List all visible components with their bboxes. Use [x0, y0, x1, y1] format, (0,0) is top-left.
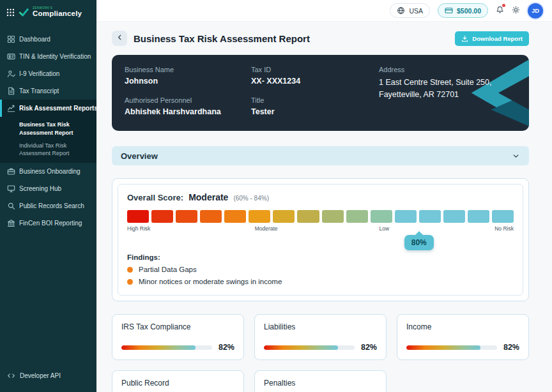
id-card-icon: [7, 52, 15, 61]
balance-button[interactable]: $500.00: [438, 3, 488, 18]
sidebar-nav: DashboardTIN & Identity VerificationI-9 …: [0, 31, 96, 232]
metric-cards: IRS Tax Compliance82%Liabilities82%Incom…: [112, 314, 529, 392]
overall-score-card: Overall Score: Moderate (60% - 84%) High…: [118, 184, 523, 296]
risk-scale-label: Moderate: [255, 225, 278, 232]
field-label: Authorised Personnel: [125, 96, 251, 104]
app-window: ZENWORK'S Compliancely DashboardTIN & Id…: [0, 0, 552, 392]
metric-title: Penalties: [264, 379, 377, 388]
sidebar-item-dashboard[interactable]: Dashboard: [0, 31, 96, 48]
balance-amount: $500.00: [457, 7, 481, 15]
metric-card-liabilities: Liabilities82%: [254, 314, 387, 360]
metric-title: IRS Tax Compliance: [121, 322, 234, 331]
business-name-field: Business Name Johnson: [125, 66, 251, 86]
metric-progress-bar: [406, 345, 497, 350]
sidebar-item-i-9-verification[interactable]: I-9 Verification: [0, 65, 96, 82]
metric-value: 82%: [218, 343, 234, 352]
findings-list: Partial Data GapsMinor notices or modera…: [127, 266, 514, 285]
back-button[interactable]: [112, 31, 127, 46]
notification-dot: [502, 4, 505, 7]
sidebar-item-label: Developer API: [20, 372, 61, 379]
sidebar-subitem-individual-tax-risk-assessment-report[interactable]: Individual Tax Risk Assessment Report: [0, 139, 96, 160]
user-avatar[interactable]: JD: [528, 3, 543, 19]
risk-chart-icon: [7, 104, 15, 112]
score-title: Overall Score:: [127, 193, 183, 202]
metric-title: Income: [406, 322, 519, 331]
address-field: Address 1 East Centre Street, Suite 250,…: [379, 66, 516, 116]
sidebar-item-business-onboarding[interactable]: Business Onboarding: [0, 163, 96, 180]
sidebar-item-public-records-search[interactable]: Public Records Search: [0, 197, 96, 215]
metric-card-irs-tax-compliance: IRS Tax Compliance82%: [112, 314, 244, 360]
authorised-personnel-field: Authorised Personnel Abhishek Harshvardh…: [125, 96, 251, 116]
overall-score-panel: Overall Score: Moderate (60% - 84%) High…: [112, 178, 529, 301]
code-icon: [7, 372, 15, 380]
metric-value: 82%: [361, 343, 377, 352]
sidebar-item-tin-identity-verification[interactable]: TIN & Identity Verification: [0, 48, 96, 65]
business-summary-card: Business Name Johnson Tax ID XX- XXX1234…: [112, 55, 529, 131]
risk-segment: [176, 210, 197, 223]
risk-segment: [492, 210, 514, 223]
overview-title: Overview: [121, 151, 158, 161]
risk-segment: [443, 210, 465, 223]
risk-scale: [127, 210, 514, 223]
briefcase-icon: [7, 167, 15, 176]
risk-segment: [249, 210, 270, 223]
findings-title: Findings:: [127, 253, 514, 261]
card-icon: [445, 6, 453, 15]
sidebar-item-risk-assessment-reports[interactable]: Risk Assessment Reports: [0, 100, 96, 117]
sidebar-item-developer-api[interactable]: Developer API: [0, 367, 96, 384]
sidebar-item-tax-transcript[interactable]: Tax Transcript: [0, 82, 96, 100]
sidebar-item-label: I-9 Verification: [19, 70, 59, 77]
risk-segment: [224, 210, 246, 223]
score-tooltip: 80%: [404, 235, 434, 250]
score-tooltip-value: 80%: [411, 238, 427, 247]
metric-title: Liabilities: [264, 322, 377, 331]
score-heading: Overall Score: Moderate (60% - 84%): [127, 192, 514, 202]
title-field: Title Tester: [251, 96, 379, 116]
chevron-left-icon: [116, 33, 124, 43]
metric-card-public-record: Public Record: [112, 370, 244, 392]
field-value: Tester: [251, 107, 379, 116]
risk-segment: [468, 210, 489, 223]
field-label: Business Name: [125, 66, 251, 73]
apps-grid-icon[interactable]: [6, 8, 15, 17]
metric-card-income: Income82%: [397, 314, 529, 360]
risk-segment: [297, 210, 319, 223]
sidebar-item-label: Screening Hub: [19, 185, 61, 192]
metric-title: Public Record: [121, 379, 234, 388]
sidebar-item-label: TIN & Identity Verification: [19, 53, 91, 60]
field-value: 1 East Centre Street, Suite 250, Fayette…: [379, 77, 493, 102]
overview-accordion[interactable]: Overview: [112, 146, 529, 165]
risk-segment: [200, 210, 222, 223]
monitor-icon: [7, 185, 15, 193]
tax-id-field: Tax ID XX- XXX1234: [251, 66, 379, 86]
page-title: Business Tax Risk Assessment Report: [134, 33, 310, 44]
sidebar-subitem-business-tax-risk-assessment-report[interactable]: Business Tax Risk Assessment Report: [0, 118, 96, 139]
sidebar-item-label: FinCen BOI Reporting: [19, 220, 82, 227]
field-label: Title: [251, 96, 379, 104]
risk-segment: [419, 210, 441, 223]
settings-button[interactable]: [512, 5, 520, 17]
field-value: XX- XXX1234: [251, 77, 379, 86]
risk-segment: [395, 210, 417, 223]
score-range: (60% - 84%): [233, 195, 269, 202]
download-icon: [461, 35, 468, 42]
field-value: Abhishek Harshvardhana: [125, 107, 251, 116]
region-selector[interactable]: USA: [390, 3, 430, 18]
topbar: USA $500.00 JD: [96, 0, 552, 22]
finding-item: Partial Data Gaps: [127, 266, 514, 273]
risk-segment: [151, 210, 173, 223]
notifications-button[interactable]: [496, 5, 504, 17]
sidebar-item-fincen-boi-reporting[interactable]: FinCen BOI Reporting: [0, 215, 96, 232]
sidebar-item-label: Dashboard: [19, 36, 50, 43]
risk-segment: [322, 210, 344, 223]
metric-progress-bar: [264, 345, 355, 350]
brand-logo: ZENWORK'S Compliancely: [33, 6, 82, 18]
risk-segment: [371, 210, 392, 223]
sidebar-item-label: Public Records Search: [19, 202, 84, 209]
sidebar-item-screening-hub[interactable]: Screening Hub: [0, 180, 96, 197]
risk-segment: [127, 210, 149, 223]
user-check-icon: [7, 70, 15, 78]
risk-segment: [346, 210, 368, 223]
download-report-button[interactable]: Download Report: [455, 31, 529, 46]
findings-section: Findings: Partial Data GapsMinor notices…: [127, 253, 514, 285]
